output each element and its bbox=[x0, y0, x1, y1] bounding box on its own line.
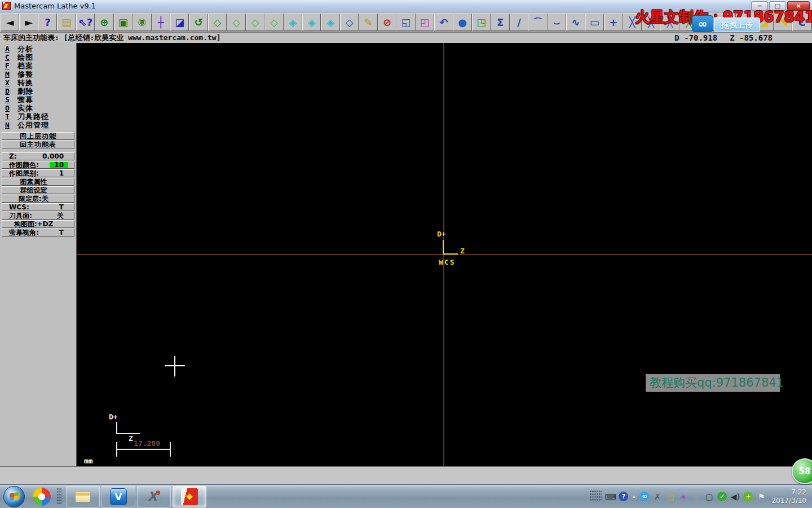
start-button[interactable] bbox=[3, 486, 25, 507]
rotate-view-icon[interactable]: ↺ bbox=[189, 14, 208, 31]
wcs-label: WCS bbox=[439, 258, 455, 266]
status-color[interactable]: 作图颜色: 10 bbox=[2, 161, 74, 169]
line-icon[interactable]: ∕ bbox=[510, 14, 528, 31]
upload-button[interactable]: ∞ bbox=[692, 15, 713, 32]
toolbar-icon: ◇ bbox=[270, 17, 278, 28]
zoom-icon[interactable]: ⊕ bbox=[95, 14, 113, 31]
arc-icon[interactable]: ⌒ bbox=[528, 14, 547, 31]
cursor-help-icon[interactable]: ⇖? bbox=[76, 14, 95, 31]
menu-modify[interactable]: M 修整 bbox=[5, 70, 76, 78]
undo-icon[interactable]: ↶ bbox=[434, 14, 453, 31]
copy-attributes-icon[interactable]: ◰ bbox=[416, 14, 434, 31]
scale-entities-icon[interactable]: ◳ bbox=[472, 14, 491, 31]
status-value: 1 bbox=[55, 170, 68, 177]
snip-tool-icon[interactable]: ✗ bbox=[651, 491, 663, 502]
corner-d-axis-label: D+ bbox=[109, 413, 118, 421]
pan-icon[interactable]: ┼ bbox=[152, 14, 170, 31]
file-cabinet-icon[interactable]: ▤ bbox=[57, 14, 76, 31]
status-value: T bbox=[55, 230, 68, 236]
status-value: 0.000 bbox=[38, 154, 68, 160]
cplane-3d-icon[interactable]: ◇ bbox=[340, 14, 359, 31]
colorful-ball-icon[interactable] bbox=[33, 488, 51, 506]
toolbar-icon: ◄ bbox=[6, 17, 14, 28]
backup-button[interactable]: 回上层功能 bbox=[2, 132, 74, 140]
status-level[interactable]: 作图层别: 1 bbox=[2, 169, 74, 177]
taskbar-mastercam-x9[interactable]: X9 bbox=[137, 486, 171, 507]
back-menu-icon[interactable]: ◄ bbox=[1, 14, 19, 31]
cplane-top-icon[interactable]: ◈ bbox=[284, 14, 302, 31]
status-wcs[interactable]: WCS: T bbox=[2, 203, 74, 211]
drawing-canvas[interactable]: D+ Z WCS D+ Z 17.280 mm 教程购买qq:971867841 bbox=[77, 43, 812, 466]
prompt-area[interactable] bbox=[0, 466, 812, 484]
taskbar-v-app[interactable]: V bbox=[102, 486, 135, 507]
sidebar: A 分析 C 绘图 F 档案 M 修整 X 转换 D 删除 S 萤幕 O bbox=[0, 43, 77, 466]
zoom-window-icon[interactable]: ▣ bbox=[114, 14, 133, 31]
status-cplane[interactable]: 构图面:+DZ bbox=[2, 220, 74, 228]
status-mask[interactable]: 限定层:关 bbox=[2, 195, 74, 203]
colorful-app-icon[interactable]: ∗ bbox=[677, 491, 689, 502]
status-tplane[interactable]: 刀具面: 关 bbox=[2, 212, 74, 220]
repaint-icon[interactable]: ◪ bbox=[170, 14, 189, 31]
menu-create[interactable]: C 绘图 bbox=[5, 53, 76, 62]
toolbar-icon: ✎ bbox=[364, 17, 372, 28]
units-label: mm bbox=[84, 457, 93, 465]
menu-analyze[interactable]: A 分析 bbox=[5, 45, 76, 53]
volume-icon[interactable]: ◀) bbox=[729, 491, 741, 502]
curve-icon[interactable]: ⌣ bbox=[548, 14, 566, 31]
keyboard-icon[interactable]: ⌨ bbox=[604, 491, 616, 502]
show-hidden-icons[interactable]: ▴ bbox=[630, 491, 637, 502]
forward-menu-icon[interactable]: ► bbox=[19, 14, 38, 31]
copy-entities-icon[interactable]: ◱ bbox=[396, 14, 415, 31]
toolbar-icon: ⌒ bbox=[533, 17, 543, 28]
zoom-back-icon[interactable]: ⑧ bbox=[133, 14, 151, 31]
main-menu-button[interactable]: 回主功能表 bbox=[2, 141, 74, 148]
axis-line-vertical bbox=[443, 43, 444, 466]
tray-grip[interactable] bbox=[590, 491, 602, 502]
action-center-flag-icon[interactable]: ⚑ bbox=[755, 491, 767, 502]
help-badge-icon[interactable]: ? bbox=[619, 492, 628, 501]
gview-side-icon[interactable]: ◇ bbox=[246, 14, 264, 31]
status-z-depth[interactable]: Z: 0.000 bbox=[2, 152, 74, 160]
pencil-icon[interactable]: ✎ bbox=[359, 14, 377, 31]
status-label: Z: bbox=[9, 152, 17, 160]
rectangle-icon[interactable]: ▭ bbox=[585, 14, 604, 31]
menu-delete[interactable]: D 删除 bbox=[5, 87, 76, 95]
menu-file[interactable]: F 档案 bbox=[5, 62, 76, 70]
pencil-off-icon[interactable]: ⊘ bbox=[378, 14, 396, 31]
menu-screen[interactable]: S 萤幕 bbox=[5, 95, 76, 104]
shading-sphere-icon[interactable]: ● bbox=[453, 14, 472, 31]
help-icon[interactable]: ? bbox=[38, 14, 57, 31]
gview-iso-icon[interactable]: ◇ bbox=[264, 14, 283, 31]
toolbar-icon: ┼ bbox=[158, 17, 164, 28]
menu-xform[interactable]: X 转换 bbox=[5, 78, 76, 87]
spline-icon[interactable]: ∿ bbox=[566, 14, 585, 31]
safe-360-icon[interactable]: + bbox=[743, 492, 753, 501]
cplane-front-icon[interactable]: ◈ bbox=[302, 14, 321, 31]
menu-nc-utils[interactable]: N 公用管理 bbox=[5, 121, 76, 129]
status-groups[interactable]: 群组设定 bbox=[2, 186, 74, 194]
cplane-side-icon[interactable]: ◈ bbox=[321, 14, 339, 31]
taskbar-mastercam-lathe9[interactable] bbox=[173, 486, 206, 507]
status-value: 关 bbox=[52, 213, 68, 219]
toolbar-icon: ◰ bbox=[420, 17, 430, 28]
network-icon[interactable]: ▢ bbox=[703, 491, 715, 502]
floating-ball-text: 58 bbox=[799, 466, 811, 476]
document-info-icon[interactable]: ▤ bbox=[664, 491, 676, 502]
point-icon[interactable]: + bbox=[604, 14, 623, 31]
toolbar-icon: ▭ bbox=[590, 17, 599, 28]
menu-hotkey: C bbox=[5, 53, 12, 62]
taskbar-app-icon bbox=[181, 488, 198, 505]
taskbar-explorer[interactable] bbox=[66, 486, 100, 507]
status-attributes[interactable]: 图素属性 bbox=[2, 178, 74, 186]
taskbar-clock[interactable]: 7:22 2017/3/10 bbox=[771, 488, 806, 505]
cloud-app-icon[interactable]: ∞ bbox=[639, 492, 649, 501]
gview-front-icon[interactable]: ◇ bbox=[227, 14, 245, 31]
sigma-icon[interactable]: Σ bbox=[491, 14, 509, 31]
shield-icon[interactable]: ✓ bbox=[717, 492, 727, 501]
sync-icon[interactable]: ↻ bbox=[690, 491, 702, 502]
taskbar-grip[interactable] bbox=[57, 488, 62, 505]
status-gview[interactable]: 萤幕视角: T bbox=[2, 229, 74, 237]
gview-top-icon[interactable]: ◇ bbox=[208, 14, 227, 31]
taskbar: V X9 ⌨?▴∞✗▤∗↻▢✓◀)+⚑ 7:22 2017/3/10 bbox=[0, 484, 812, 508]
wcs-gnomon-vertical bbox=[443, 240, 444, 255]
